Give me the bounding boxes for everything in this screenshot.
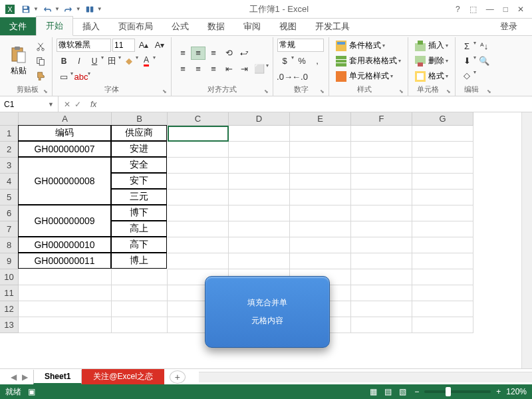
paste-button[interactable]: 粘贴 <box>7 44 31 78</box>
cell-styles-button[interactable]: 单元格样式▾ <box>333 69 404 83</box>
cell-F5[interactable] <box>351 190 412 205</box>
zoom-slider[interactable] <box>424 390 491 393</box>
delete-cells-button[interactable]: 删除▾ <box>412 54 451 68</box>
tab-view[interactable]: 视图 <box>270 17 306 36</box>
cell-E7[interactable] <box>290 221 351 237</box>
login-link[interactable]: 登录 <box>491 17 527 36</box>
row-headers[interactable]: 12345678910111213 <box>0 126 19 333</box>
cell-G12[interactable] <box>412 301 473 317</box>
cell-F1[interactable] <box>351 126 412 142</box>
cell-G1[interactable] <box>412 126 473 142</box>
cell-G9[interactable] <box>412 253 473 269</box>
cell-A9[interactable]: GH000000011 <box>18 253 111 269</box>
maximize-icon[interactable]: □ <box>503 5 508 14</box>
cell-C6[interactable] <box>168 205 229 221</box>
row-header-7[interactable]: 7 <box>0 221 19 237</box>
sheet-tab-2[interactable]: 关注@Excel之恋 <box>82 369 164 385</box>
cell-E9[interactable] <box>290 253 351 269</box>
tab-insert[interactable]: 插入 <box>73 17 109 36</box>
cell-E1[interactable] <box>290 126 351 142</box>
sheet-nav[interactable]: ◀▶ <box>5 372 33 382</box>
sheet-tab-1[interactable]: Sheet1 <box>33 370 82 384</box>
indent-inc-icon[interactable]: ⇥ <box>237 63 251 76</box>
font-color-button[interactable]: A <box>139 55 154 68</box>
cell-F11[interactable] <box>351 285 412 301</box>
fill-color-button[interactable]: ◆ <box>122 55 136 68</box>
horizontal-scrollbar[interactable] <box>199 372 532 382</box>
col-header-D[interactable]: D <box>229 112 290 126</box>
cell-C8[interactable] <box>168 237 229 253</box>
grid[interactable]: ABCDEFG 12345678910111213 编码供应商GH0000000… <box>0 112 532 368</box>
cell-B11[interactable] <box>112 285 168 301</box>
conditional-format-button[interactable]: 条件格式▾ <box>333 39 404 53</box>
cell-A1[interactable]: 编码 <box>18 125 111 141</box>
cell-B5[interactable]: 三元 <box>111 189 167 205</box>
phonetic-icon[interactable]: abc <box>74 70 88 84</box>
cell-A8[interactable]: GH000000010 <box>18 237 111 253</box>
cell-C9[interactable] <box>168 253 229 269</box>
select-all-corner[interactable] <box>0 112 19 126</box>
decrease-font-icon[interactable]: A▾ <box>152 39 167 52</box>
currency-icon[interactable]: $ <box>277 55 292 68</box>
insert-cells-button[interactable]: 插入▾ <box>412 39 451 53</box>
zoom-level[interactable]: 120% <box>506 387 527 396</box>
cell-A13[interactable] <box>19 317 112 333</box>
formula-input[interactable] <box>100 96 532 112</box>
cell-G7[interactable] <box>412 221 473 237</box>
cell-D9[interactable] <box>229 253 290 269</box>
cell-G13[interactable] <box>412 317 473 333</box>
col-header-C[interactable]: C <box>168 112 229 126</box>
format-table-button[interactable]: 套用表格格式▾ <box>333 54 404 68</box>
cell-B8[interactable]: 高下 <box>111 237 167 253</box>
cell-C1[interactable] <box>168 126 229 142</box>
cell-A12[interactable] <box>19 301 112 317</box>
cell-A2[interactable]: GH000000007 <box>18 141 111 157</box>
italic-button[interactable]: I <box>72 55 86 68</box>
col-header-E[interactable]: E <box>290 112 351 126</box>
cell-C3[interactable] <box>168 158 229 174</box>
tab-formula[interactable]: 公式 <box>162 17 198 36</box>
undo-icon[interactable] <box>40 2 55 17</box>
comma-icon[interactable]: , <box>310 55 325 68</box>
fx-icon[interactable]: fx <box>86 100 100 109</box>
increase-font-icon[interactable]: A▴ <box>136 39 151 52</box>
save-icon[interactable] <box>19 2 33 17</box>
cell-B6[interactable]: 博下 <box>111 205 167 221</box>
format-cells-button[interactable]: 格式▾ <box>412 69 451 83</box>
cell-F4[interactable] <box>351 174 412 190</box>
page-layout-icon[interactable]: ▤ <box>381 386 394 397</box>
cell-G3[interactable] <box>412 158 473 174</box>
macro-record-icon[interactable]: ▣ <box>28 387 35 396</box>
row-header-4[interactable]: 4 <box>0 174 19 190</box>
row-header-1[interactable]: 1 <box>0 126 19 142</box>
cell-B12[interactable] <box>112 301 168 317</box>
bold-button[interactable]: B <box>57 55 71 68</box>
align-right-icon[interactable]: ≡ <box>206 63 221 76</box>
row-header-5[interactable]: 5 <box>0 190 19 205</box>
cell-B7[interactable]: 高上 <box>111 221 167 237</box>
cell-C2[interactable] <box>168 142 229 158</box>
border-button[interactable]: 田 <box>104 55 119 68</box>
cell-E8[interactable] <box>290 237 351 253</box>
cancel-formula-icon[interactable]: ✕ <box>64 100 70 109</box>
zoom-out-button[interactable]: − <box>414 387 419 396</box>
cell-B4[interactable]: 安下 <box>111 173 167 189</box>
cell-G11[interactable] <box>412 285 473 301</box>
cell-F2[interactable] <box>351 142 412 158</box>
row-header-10[interactable]: 10 <box>0 269 19 285</box>
copy-icon[interactable] <box>33 55 48 68</box>
cell-E4[interactable] <box>290 174 351 190</box>
row-header-3[interactable]: 3 <box>0 158 19 174</box>
zoom-in-button[interactable]: + <box>496 387 501 396</box>
cut-icon[interactable] <box>33 40 48 53</box>
cell-B10[interactable] <box>112 269 168 285</box>
cell-F13[interactable] <box>351 317 412 333</box>
cell-E3[interactable] <box>290 158 351 174</box>
format-painter-icon[interactable] <box>33 69 48 82</box>
cell-F3[interactable] <box>351 158 412 174</box>
cell-G5[interactable] <box>412 190 473 205</box>
cell-D6[interactable] <box>229 205 290 221</box>
col-header-F[interactable]: F <box>351 112 412 126</box>
redo-icon[interactable] <box>61 2 76 17</box>
touch-mode-icon[interactable] <box>82 2 97 17</box>
